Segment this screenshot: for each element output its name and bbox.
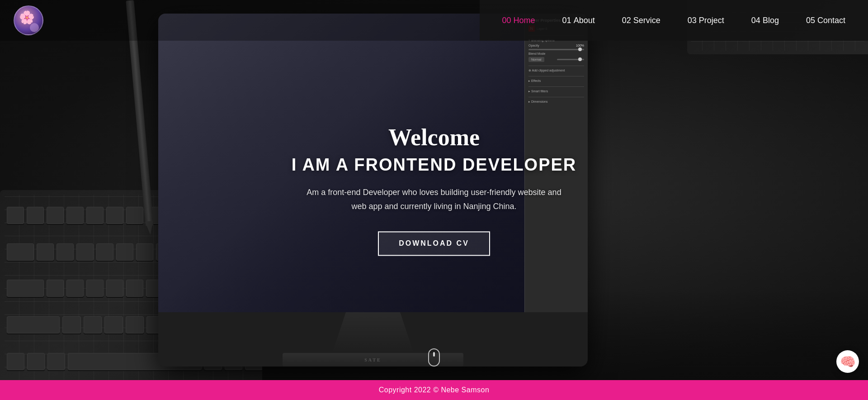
- key: [126, 316, 144, 333]
- ps-blend-slider-control[interactable]: [557, 59, 584, 60]
- ps-opacity-label: Opacity: [528, 44, 576, 47]
- ps-smart-filters-label: ▸ Smart filters: [528, 90, 584, 93]
- nav-item-project[interactable]: 03 Project: [674, 0, 738, 41]
- ps-opacity-slider[interactable]: [528, 49, 584, 50]
- key: [76, 243, 94, 261]
- hero-title-text: I AM A FRONTEND DEVELOPER: [276, 155, 592, 175]
- key: [86, 280, 104, 297]
- ps-add-clipped-section[interactable]: ⊕ Add clipped adjustment: [528, 66, 584, 72]
- ps-dimensions-section[interactable]: ▸ Dimensions: [528, 97, 584, 104]
- ps-add-clipped-label: ⊕ Add clipped adjustment: [528, 69, 584, 72]
- nav-label-about: About: [574, 16, 595, 25]
- key: [66, 207, 84, 224]
- ps-dimensions-label: ▸ Dimensions: [528, 100, 584, 104]
- nav-item-service[interactable]: 02 Service: [609, 0, 674, 41]
- ps-opacity-slider-row: [528, 49, 584, 50]
- ps-opacity-row: Opacity 100%: [528, 44, 584, 47]
- key: [96, 243, 113, 261]
- key: [7, 316, 60, 333]
- key: [66, 280, 84, 297]
- hero-description: Am a front-end Developer who loves build…: [276, 186, 592, 213]
- brain-icon-button[interactable]: 🧠: [836, 350, 859, 373]
- key: [47, 207, 64, 224]
- ps-blend-mode-row: Blend Mode: [528, 52, 584, 55]
- key: [84, 316, 102, 333]
- ps-blend-mode-value[interactable]: Normal: [528, 57, 544, 62]
- nav-item-home[interactable]: 00 Home: [489, 0, 549, 41]
- logo-avatar[interactable]: [14, 5, 43, 35]
- key: [86, 207, 104, 224]
- key: [106, 280, 123, 297]
- ps-effects-section[interactable]: ▸ Effects: [528, 76, 584, 83]
- key: [126, 280, 143, 297]
- nav-number-about: 01: [562, 16, 571, 25]
- nav-number-blog: 04: [751, 16, 760, 25]
- hero-desc-line2: web app and currently living in Nanjing …: [351, 202, 516, 211]
- nav-label-contact: Contact: [817, 16, 845, 25]
- key: [7, 280, 44, 297]
- key: [47, 353, 65, 370]
- hero-welcome-text: Welcome: [276, 124, 592, 151]
- scroll-indicator: [428, 348, 440, 367]
- nav-label-project: Project: [699, 16, 724, 25]
- hero-desc-line1: Am a front-end Developer who loves build…: [307, 188, 561, 197]
- ps-opacity-value: 100%: [576, 44, 584, 47]
- download-cv-button[interactable]: DOWNLOAD CV: [378, 232, 490, 256]
- stylus-tip: [145, 221, 155, 235]
- key: [27, 207, 44, 224]
- nav-number-service: 02: [622, 16, 631, 25]
- nav-number-home: 00: [502, 16, 511, 25]
- ps-effects-label: ▸ Effects: [528, 79, 584, 83]
- key: [7, 243, 34, 261]
- nav-label-home: Home: [514, 16, 535, 25]
- nav-item-about[interactable]: 01 About: [549, 0, 609, 41]
- tablet-brand-text: SATE: [364, 357, 381, 362]
- footer-copyright: Copyright 2022 © Nebe Samson: [379, 386, 490, 394]
- key: [7, 353, 24, 370]
- ps-blend-value-row: Normal: [528, 57, 584, 62]
- key: [104, 316, 123, 333]
- nav-label-blog: Blog: [763, 16, 779, 25]
- key: [37, 243, 54, 261]
- key: [27, 353, 45, 370]
- key: [57, 243, 74, 261]
- nav-label-service: Service: [633, 16, 660, 25]
- nav-item-contact[interactable]: 05 Contact: [793, 0, 859, 41]
- ps-smart-filters-section[interactable]: ▸ Smart filters: [528, 86, 584, 93]
- key: [47, 280, 64, 297]
- hero-section: Layer Properties N Layer 0 ▾ Blending op…: [0, 0, 868, 380]
- nav-links: 00 Home 01 About 02 Service 03 Project 0…: [480, 0, 868, 41]
- hero-content: Welcome I AM A FRONTEND DEVELOPER Am a f…: [276, 124, 592, 256]
- nav-number-project: 03: [688, 16, 697, 25]
- navbar: 00 Home 01 About 02 Service 03 Project 0…: [0, 0, 868, 41]
- key: [62, 316, 80, 333]
- footer: Copyright 2022 © Nebe Samson: [0, 380, 868, 400]
- ps-blend-label: Blend Mode: [528, 52, 584, 55]
- key: [7, 207, 24, 224]
- nav-number-contact: 05: [806, 16, 815, 25]
- scroll-dot: [433, 352, 435, 357]
- nav-item-blog[interactable]: 04 Blog: [738, 0, 793, 41]
